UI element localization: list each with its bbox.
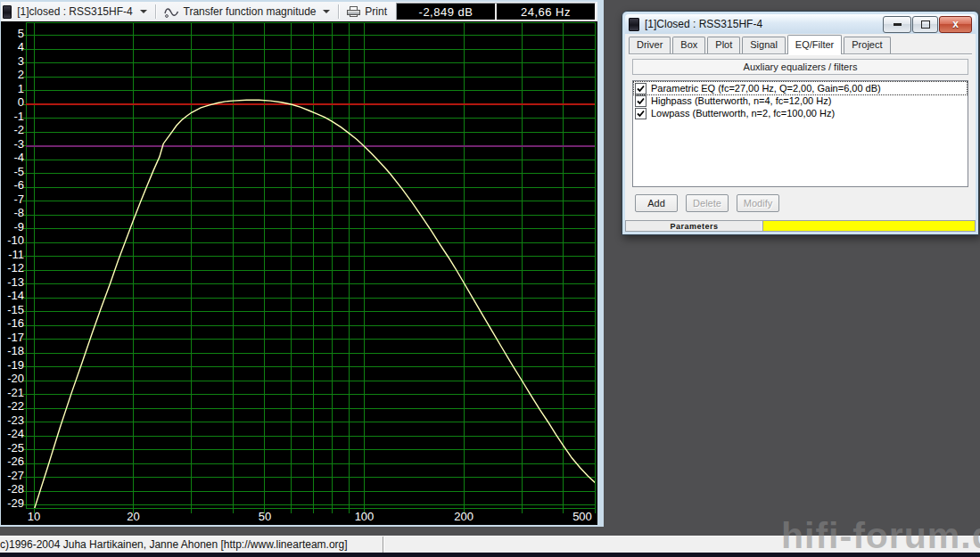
- filter-checkbox[interactable]: [635, 83, 646, 94]
- x-axis-label: 200: [454, 510, 474, 523]
- y-axis-label: -24: [7, 427, 24, 440]
- x-axis-label: 100: [355, 510, 375, 523]
- y-axis-label: -10: [7, 233, 24, 247]
- y-axis-label: 3: [18, 54, 24, 68]
- y-axis-label: -18: [7, 344, 24, 357]
- chevron-down-icon: [323, 10, 330, 13]
- maximize-icon: [921, 20, 930, 29]
- y-axis-label: 5: [18, 27, 24, 40]
- window-titlebar[interactable]: [1]Closed : RSS315HF-4 x: [625, 14, 976, 34]
- parameters-label: Parameters: [625, 220, 763, 232]
- y-axis-label: -11: [8, 248, 24, 261]
- print-button[interactable]: Print: [342, 3, 392, 20]
- filters-listbox[interactable]: Parametric EQ (fc=27,00 Hz, Q=2,00, Gain…: [632, 80, 968, 187]
- speaker-app-icon: [3, 5, 12, 19]
- y-axis-label: -22: [7, 399, 24, 413]
- transfer-function-plot[interactable]: 543210-1-2-3-4-5-6-7-8-9-10-11-12-13-14-…: [1, 21, 597, 525]
- delete-button[interactable]: Delete: [686, 194, 729, 212]
- y-axis-label: -29: [7, 496, 24, 510]
- project-selector[interactable]: [1]closed : RSS315HF-4: [12, 3, 152, 20]
- y-axis-label: -2: [13, 123, 24, 136]
- filter-label: Lowpass (Butterworth, n=2, fc=100,00 Hz): [651, 108, 835, 119]
- y-axis-label: -4: [13, 151, 24, 164]
- x-axis-label: 50: [259, 510, 271, 523]
- status-text: c)1996-2004 Juha Hartikainen, Janne Ahon…: [0, 538, 348, 551]
- y-axis-label: -9: [13, 220, 24, 233]
- filter-checkbox[interactable]: [635, 108, 646, 119]
- close-button[interactable]: x: [939, 16, 972, 33]
- y-axis-label: -19: [7, 358, 24, 372]
- y-axis-label: -12: [7, 261, 24, 274]
- speaker-app-icon: [629, 18, 639, 31]
- tab-box[interactable]: Box: [672, 37, 705, 53]
- magnitude-curve: [28, 100, 595, 525]
- parameters-bar: Parameters: [625, 220, 976, 232]
- tab-eq-filter[interactable]: EQ/Filter: [787, 35, 842, 54]
- close-icon: x: [952, 18, 959, 30]
- y-axis-label: -1: [13, 110, 24, 123]
- maximize-button[interactable]: [912, 16, 938, 33]
- chart-area[interactable]: 543210-1-2-3-4-5-6-7-8-9-10-11-12-13-14-…: [1, 21, 597, 525]
- chart-window: [1]closed : RSS315HF-4 Transfer function…: [0, 0, 604, 527]
- x-axis-label: 20: [127, 510, 139, 523]
- hz-readout: 24,66 Hz: [497, 4, 595, 20]
- y-axis-label: -26: [7, 455, 24, 468]
- eq-window: [1]Closed : RSS315HF-4 x DriverBoxPlotSi…: [622, 11, 979, 235]
- y-axis-label: -27: [7, 469, 24, 482]
- filter-row[interactable]: Highpass (Butterworth, n=4, fc=12,00 Hz): [634, 94, 967, 107]
- print-label: Print: [365, 5, 387, 18]
- y-axis-label: -20: [7, 372, 24, 385]
- waveform-icon: [164, 6, 179, 18]
- y-axis-label: -21: [7, 386, 24, 399]
- toolbar-separator: [155, 4, 156, 19]
- y-axis-label: -28: [7, 482, 24, 496]
- tab-driver[interactable]: Driver: [629, 37, 671, 53]
- status-bar: c)1996-2004 Juha Hartikainen, Janne Ahon…: [0, 536, 980, 553]
- y-axis-label: 2: [18, 68, 24, 81]
- minimize-icon: [894, 23, 902, 26]
- parameters-value-area: [763, 220, 976, 232]
- y-axis-label: -23: [7, 414, 24, 427]
- y-axis-label: -25: [7, 441, 24, 455]
- filter-checkbox[interactable]: [635, 95, 646, 107]
- status-panel: c)1996-2004 Juha Hartikainen, Janne Ahon…: [0, 537, 383, 553]
- y-axis-label: -5: [13, 165, 24, 178]
- filter-row[interactable]: Parametric EQ (fc=27,00 Hz, Q=2,00, Gain…: [634, 82, 967, 94]
- y-axis-label: -14: [7, 289, 24, 302]
- toolbar-separator: [338, 4, 339, 19]
- y-axis-label: -17: [7, 331, 24, 344]
- y-axis-label: -15: [7, 303, 24, 316]
- filter-label: Highpass (Butterworth, n=4, fc=12,00 Hz): [651, 95, 831, 106]
- filter-buttons-row: AddDeleteModify: [635, 194, 969, 212]
- tab-project[interactable]: Project: [844, 37, 890, 53]
- y-axis-label: -7: [13, 192, 24, 206]
- modify-button[interactable]: Modify: [737, 194, 779, 212]
- filter-label: Parametric EQ (fc=27,00 Hz, Q=2,00, Gain…: [651, 83, 881, 94]
- db-readout: -2,849 dB: [397, 4, 495, 20]
- main-toolbar: [1]closed : RSS315HF-4 Transfer function…: [1, 2, 597, 21]
- tab-strip: DriverBoxPlotSignalEQ/FilterProject: [629, 37, 972, 53]
- y-axis-label: -16: [7, 316, 24, 330]
- filter-row[interactable]: Lowpass (Butterworth, n=2, fc=100,00 Hz): [634, 107, 967, 119]
- plot-frame: [26, 22, 595, 508]
- y-axis-label: 0: [18, 95, 24, 109]
- minimize-button[interactable]: [883, 16, 911, 33]
- bottom-strip: [0, 553, 980, 557]
- chevron-down-icon: [140, 10, 147, 13]
- add-button[interactable]: Add: [635, 194, 678, 212]
- plot-type-selector[interactable]: Transfer function magnitude: [159, 3, 336, 20]
- printer-icon: [347, 6, 360, 17]
- y-axis-label: 4: [18, 40, 24, 53]
- y-axis-label: -6: [13, 178, 24, 192]
- y-axis-label: -13: [7, 275, 24, 289]
- x-axis-label: 500: [572, 510, 592, 523]
- tab-plot[interactable]: Plot: [707, 37, 740, 53]
- x-axis-label: 10: [28, 510, 40, 523]
- y-axis-label: 1: [18, 82, 24, 95]
- tab-signal[interactable]: Signal: [742, 37, 786, 53]
- window-title: [1]Closed : RSS315HF-4: [645, 18, 877, 30]
- y-axis-label: -8: [13, 206, 24, 219]
- aux-filters-header: Auxliary equalizers / filters: [632, 59, 968, 75]
- eq-filter-tab-panel: Auxliary equalizers / filters Parametric…: [629, 53, 972, 220]
- eq-window-content: DriverBoxPlotSignalEQ/FilterProject Auxl…: [625, 34, 976, 220]
